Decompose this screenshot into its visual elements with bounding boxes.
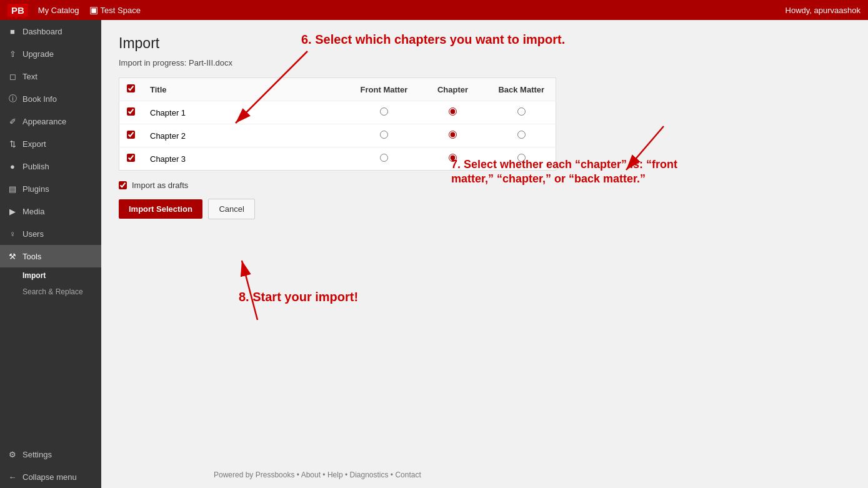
cancel-button[interactable]: Cancel [208, 199, 254, 219]
export-icon: ⇅ [7, 139, 17, 149]
page-title: Import [119, 35, 851, 52]
sidebar-item-plugins[interactable]: ▤ Plugins [0, 177, 101, 200]
sidebar-item-tools[interactable]: ⚒ Tools [0, 245, 101, 267]
row1-radio-back-matter[interactable] [517, 107, 526, 116]
row2-checkbox[interactable] [127, 131, 135, 139]
table-row: Chapter 2 [119, 124, 556, 147]
catalog-link[interactable]: My Catalog [38, 6, 79, 15]
publish-icon: ● [7, 161, 17, 171]
sidebar-item-publish[interactable]: ● Publish [0, 155, 101, 177]
main-content: Import Import in progress: Part-III.docx… [101, 20, 868, 488]
layout: ■ Dashboard ⇧ Upgrade ◻ Text ⓘ Book Info… [0, 20, 868, 488]
import-table: Title Front Matter Chapter Back Matter C… [119, 77, 556, 171]
row3-radio-chapter[interactable] [449, 154, 457, 162]
sidebar-item-export[interactable]: ⇅ Export [0, 132, 101, 155]
sidebar-item-settings[interactable]: ⚙ Settings [0, 443, 101, 466]
draft-label: Import as drafts [132, 181, 188, 190]
row1-front-matter [350, 101, 419, 124]
import-progress-label: Import in progress: Part-III.docx [119, 58, 851, 67]
topbar: PB My Catalog ▣ Test Space Howdy, apurva… [0, 0, 868, 20]
sidebar-label-upgrade: Upgrade [22, 49, 54, 59]
row3-check-cell [119, 147, 143, 171]
sidebar-label-collapse: Collapse menu [22, 472, 77, 482]
action-buttons: Import Selection Cancel [119, 199, 851, 219]
topbar-user: Howdy, apurvaashok [786, 6, 861, 15]
book-icon: ▣ [89, 4, 98, 16]
sidebar-sub-search-replace[interactable]: Search & Replace [0, 284, 101, 300]
sidebar-label-media: Media [22, 207, 44, 216]
draft-checkbox[interactable] [119, 181, 127, 189]
col-header-chapter: Chapter [419, 78, 487, 101]
sidebar-item-dashboard[interactable]: ■ Dashboard [0, 20, 101, 42]
arrow-step8 [207, 226, 320, 326]
footer-pressbooks-link[interactable]: Pressbooks [256, 471, 295, 479]
media-icon: ▶ [7, 206, 17, 216]
sidebar-label-dashboard: Dashboard [22, 27, 62, 36]
collapse-icon: ← [7, 472, 17, 482]
svg-line-3 [626, 126, 664, 170]
row1-radio-front-matter[interactable] [380, 107, 388, 116]
sidebar-sub-import[interactable]: Import [0, 267, 101, 284]
import-selection-button[interactable]: Import Selection [119, 199, 202, 219]
row2-radio-back-matter[interactable] [517, 131, 526, 139]
sidebar-item-collapse[interactable]: ← Collapse menu [0, 466, 101, 488]
row2-radio-chapter[interactable] [449, 131, 457, 139]
row2-radio-front-matter[interactable] [380, 131, 388, 139]
plugins-icon: ▤ [7, 184, 17, 194]
footer-diagnostics-link[interactable]: Diagnostics [349, 471, 388, 479]
brand-logo: PB [7, 4, 28, 17]
row3-checkbox[interactable] [127, 154, 135, 162]
dashboard-icon: ■ [7, 26, 17, 36]
sidebar-item-appearance[interactable]: ✐ Appearance [0, 110, 101, 132]
space-label: Test Space [101, 6, 141, 15]
row2-check-cell [119, 124, 143, 147]
space-link[interactable]: ▣ Test Space [89, 4, 141, 16]
row2-back-matter [487, 124, 556, 147]
footer: Powered by Pressbooks • About • Help • D… [214, 471, 868, 479]
users-icon: ♀ [7, 229, 17, 239]
sidebar-label-text: Text [22, 72, 37, 81]
row3-radio-front-matter[interactable] [380, 154, 388, 162]
appearance-icon: ✐ [7, 116, 17, 126]
tools-icon: ⚒ [7, 251, 17, 261]
sidebar-label-plugins: Plugins [22, 184, 49, 194]
sidebar-label-export: Export [22, 139, 46, 149]
row1-check-cell [119, 101, 143, 124]
col-header-title: Title [142, 78, 350, 101]
footer-help-link[interactable]: Help [327, 471, 343, 479]
draft-row: Import as drafts [119, 181, 851, 190]
sidebar-item-upgrade[interactable]: ⇧ Upgrade [0, 42, 101, 65]
row3-front-matter [350, 147, 419, 171]
row2-front-matter [350, 124, 419, 147]
sidebar-label-settings: Settings [22, 450, 52, 459]
row3-back-matter [487, 147, 556, 171]
row1-title: Chapter 1 [142, 101, 350, 124]
row3-chapter [419, 147, 487, 171]
select-all-checkbox[interactable] [127, 84, 135, 92]
sidebar-label-appearance: Appearance [22, 117, 66, 126]
footer-about-link[interactable]: About [301, 471, 321, 479]
row1-checkbox[interactable] [127, 107, 135, 116]
svg-line-5 [242, 261, 257, 320]
sidebar-item-text[interactable]: ◻ Text [0, 65, 101, 87]
row3-radio-back-matter[interactable] [517, 154, 526, 162]
info-icon: ⓘ [7, 94, 17, 104]
sidebar-label-publish: Publish [22, 162, 49, 171]
table-row: Chapter 3 [119, 147, 556, 171]
row3-title: Chapter 3 [142, 147, 350, 171]
footer-contact-link[interactable]: Contact [395, 471, 421, 479]
sidebar-item-bookinfo[interactable]: ⓘ Book Info [0, 87, 101, 110]
text-icon: ◻ [7, 71, 17, 81]
upgrade-icon: ⇧ [7, 49, 17, 59]
sidebar-label-bookinfo: Book Info [22, 94, 57, 104]
row2-chapter [419, 124, 487, 147]
col-header-back-matter: Back Matter [487, 78, 556, 101]
row1-radio-chapter[interactable] [449, 107, 457, 116]
row1-back-matter [487, 101, 556, 124]
sidebar-item-media[interactable]: ▶ Media [0, 200, 101, 222]
sidebar-item-users[interactable]: ♀ Users [0, 222, 101, 245]
annotation-step8: 8. Start your import! [239, 289, 358, 305]
row1-chapter [419, 101, 487, 124]
footer-powered-by: Powered by [214, 471, 253, 479]
footer-sep2: • [322, 471, 327, 479]
